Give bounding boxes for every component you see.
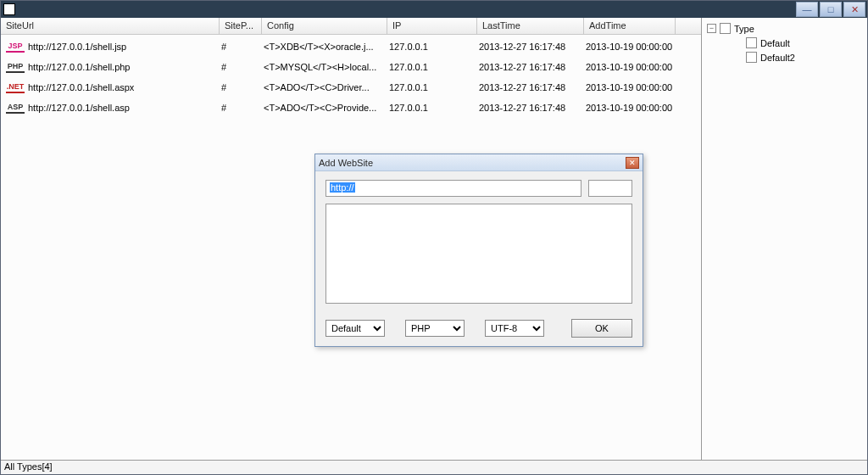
tree-root[interactable]: − Type	[707, 23, 862, 34]
tree-child-label: Default	[760, 38, 790, 48]
status-text: All Types[4]	[4, 461, 53, 472]
row-sitep: #	[220, 82, 262, 92]
tree-child[interactable]: Default2	[746, 52, 862, 63]
row-ip: 127.0.0.1	[387, 103, 477, 113]
list-header: SiteUrl SiteP... Config IP LastTime AddT…	[1, 18, 701, 35]
status-bar: All Types[4]	[1, 460, 867, 474]
dialog-titlebar[interactable]: Add WebSite ✕	[315, 154, 643, 171]
window-controls: — □ ✕	[796, 2, 867, 17]
lang-badge-icon: JSP	[6, 41, 25, 53]
add-website-dialog: Add WebSite ✕ http:// Default PHP	[314, 154, 643, 347]
row-addtime: 2013-10-19 00:00:00	[584, 62, 676, 72]
row-url: http://127.0.0.1/shell.aspx	[28, 82, 134, 92]
dialog-lang-select[interactable]: PHP	[405, 320, 465, 337]
col-siteurl[interactable]: SiteUrl	[1, 18, 220, 34]
row-lasttime: 2013-12-27 16:17:48	[477, 42, 584, 52]
row-ip: 127.0.0.1	[387, 42, 477, 52]
minimize-button[interactable]: —	[796, 2, 818, 17]
dialog-pass-input[interactable]	[588, 180, 632, 197]
col-addtime[interactable]: AddTime	[584, 18, 676, 34]
row-lasttime: 2013-12-27 16:17:48	[477, 103, 584, 113]
site-list-pane: SiteUrl SiteP... Config IP LastTime AddT…	[1, 18, 702, 460]
col-sitep[interactable]: SiteP...	[220, 18, 262, 34]
checkbox-icon[interactable]	[746, 52, 757, 63]
dialog-encoding-select[interactable]: UTF-8	[485, 320, 544, 337]
tree-child-label: Default2	[760, 53, 795, 63]
row-config: <T>ADO</T><C>Driver...	[262, 82, 387, 92]
row-ip: 127.0.0.1	[387, 82, 477, 92]
checkbox-icon[interactable]	[720, 23, 731, 34]
col-lasttime[interactable]: LastTime	[477, 18, 584, 34]
row-ip: 127.0.0.1	[387, 62, 477, 72]
dialog-title-text: Add WebSite	[319, 158, 373, 168]
row-sitep: #	[220, 62, 262, 72]
dialog-config-textarea[interactable]	[326, 204, 632, 304]
dialog-url-input[interactable]: http://	[326, 180, 581, 197]
maximize-button[interactable]: □	[820, 2, 842, 17]
type-tree-pane: − Type DefaultDefault2	[702, 18, 867, 460]
dialog-close-button[interactable]: ✕	[626, 157, 639, 169]
row-addtime: 2013-10-19 00:00:00	[584, 103, 676, 113]
col-config[interactable]: Config	[262, 18, 387, 34]
row-config: <T>XDB</T><X>oracle.j...	[262, 42, 387, 52]
dialog-type-select[interactable]: Default	[326, 320, 385, 337]
col-ip[interactable]: IP	[387, 18, 477, 34]
lang-badge-icon: PHP	[6, 61, 25, 73]
row-lasttime: 2013-12-27 16:17:48	[477, 82, 584, 92]
row-url: http://127.0.0.1/shell.jsp	[28, 42, 126, 52]
tree-child[interactable]: Default	[746, 37, 862, 48]
row-sitep: #	[220, 103, 262, 113]
lang-badge-icon: ASP	[6, 102, 25, 114]
tree-root-label: Type	[734, 24, 754, 34]
table-row[interactable]: JSPhttp://127.0.0.1/shell.jsp#<T>XDB</T>…	[1, 36, 701, 57]
table-row[interactable]: .NEThttp://127.0.0.1/shell.aspx#<T>ADO</…	[1, 77, 701, 98]
table-row[interactable]: ASPhttp://127.0.0.1/shell.asp#<T>ADO</T>…	[1, 98, 701, 118]
lang-badge-icon: .NET	[6, 81, 25, 93]
window-titlebar: — □ ✕	[1, 1, 867, 18]
list-body: JSPhttp://127.0.0.1/shell.jsp#<T>XDB</T>…	[1, 35, 701, 118]
close-button[interactable]: ✕	[843, 2, 865, 17]
row-lasttime: 2013-12-27 16:17:48	[477, 62, 584, 72]
row-config: <T>MYSQL</T><H>local...	[262, 62, 387, 72]
row-sitep: #	[220, 42, 262, 52]
row-addtime: 2013-10-19 00:00:00	[584, 42, 676, 52]
table-row[interactable]: PHPhttp://127.0.0.1/shell.php#<T>MYSQL</…	[1, 57, 701, 77]
row-url: http://127.0.0.1/shell.php	[28, 62, 130, 72]
row-addtime: 2013-10-19 00:00:00	[584, 82, 676, 92]
row-url: http://127.0.0.1/shell.asp	[28, 103, 130, 113]
dialog-ok-button[interactable]: OK	[571, 319, 632, 338]
checkbox-icon[interactable]	[746, 37, 757, 48]
collapse-icon[interactable]: −	[707, 24, 716, 33]
app-icon	[3, 3, 15, 15]
row-config: <T>ADO</T><C>Provide...	[262, 103, 387, 113]
